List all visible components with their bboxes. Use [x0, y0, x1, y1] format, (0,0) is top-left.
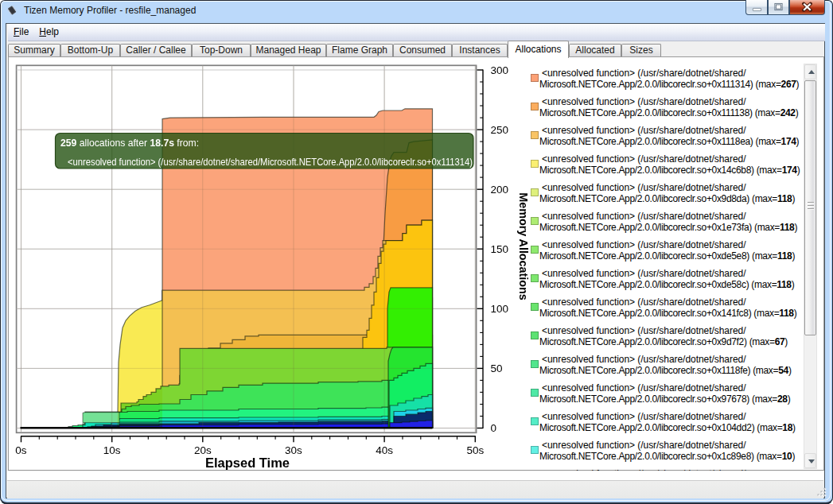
svg-text:Elapsed Time: Elapsed Time [205, 456, 290, 470]
svg-text:300: 300 [491, 64, 509, 76]
svg-text:40s: 40s [376, 444, 393, 456]
svg-text:100: 100 [491, 303, 509, 315]
svg-text:30s: 30s [285, 444, 302, 456]
svg-text:10s: 10s [103, 444, 121, 456]
svg-text:<unresolved function> (/usr/sh: <unresolved function> (/usr/share/dotnet… [68, 157, 473, 168]
svg-text:0s: 0s [15, 444, 27, 456]
svg-text:50: 50 [491, 362, 503, 374]
svg-text:50s: 50s [466, 444, 484, 456]
svg-text:200: 200 [491, 184, 509, 196]
svg-text:20s: 20s [194, 444, 212, 456]
svg-text:259 allocations after 18.7s fr: 259 allocations after 18.7s from: [60, 138, 199, 149]
svg-text:0: 0 [491, 422, 497, 434]
svg-text:250: 250 [491, 124, 509, 136]
svg-text:150: 150 [491, 243, 509, 255]
